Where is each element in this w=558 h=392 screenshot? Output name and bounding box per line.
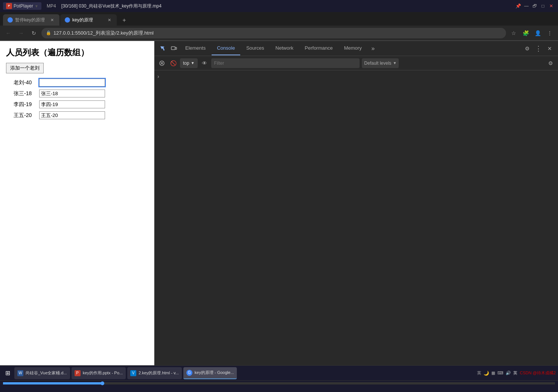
console-prompt-arrow[interactable]: › xyxy=(157,72,159,81)
maximize-button[interactable]: □ xyxy=(539,2,547,10)
browser-tab-2[interactable]: key的原理 ✕ xyxy=(60,14,117,26)
devtools-tab-network[interactable]: Network xyxy=(270,42,299,55)
taskbar-app-vscode[interactable]: V 2.key的原理.html - v... xyxy=(127,367,182,379)
tab-title-1: 暂停key的原理 xyxy=(15,17,47,23)
list-item: 张三-18 xyxy=(14,90,148,97)
devtools-settings-button[interactable]: ⚙ xyxy=(522,43,532,54)
list-item: 老刘-40 xyxy=(14,79,148,87)
app-title: PotPlayer xyxy=(14,3,33,9)
forward-button[interactable]: → xyxy=(16,28,26,38)
media-progress-handle[interactable] xyxy=(101,381,104,385)
profile-icon[interactable]: 👤 xyxy=(532,28,543,38)
restore-button[interactable]: 🗗 xyxy=(531,2,538,10)
tab-close-2[interactable]: ✕ xyxy=(106,17,112,23)
system-tray: 英 🌙 ▦ ⌨ 🔊 英 CSDN @待木成橘2 xyxy=(477,370,556,376)
devtools-more-options-button[interactable]: ⋮ xyxy=(533,43,544,54)
person-input-1[interactable] xyxy=(39,90,105,97)
list-item: 李四-19 xyxy=(14,100,148,108)
console-settings-button[interactable]: ⚙ xyxy=(546,59,555,68)
tray-icon-lang[interactable]: 英 xyxy=(477,370,481,376)
back-button[interactable]: ← xyxy=(3,28,14,38)
devtools-close-button[interactable]: ✕ xyxy=(544,43,555,54)
stop-recording-button[interactable]: 🚫 xyxy=(169,59,178,68)
reload-button[interactable]: ↻ xyxy=(29,28,39,38)
tray-icon-keyboard[interactable]: ⌨ xyxy=(497,371,503,375)
clear-console-button[interactable] xyxy=(157,59,166,68)
security-icon: 🔒 xyxy=(46,30,51,35)
devtools-tab-memory[interactable]: Memory xyxy=(339,42,367,55)
address-bar: ← → ↻ 🔒 127.0.0.1:5500/12_列表渲染/2.key的原理.… xyxy=(0,26,558,41)
devtools-panel: Elements Console Sources Network Perform… xyxy=(154,41,558,365)
extension-icon[interactable]: 🧩 xyxy=(520,28,531,38)
new-tab-button[interactable]: + xyxy=(119,15,130,26)
tray-icon-csdn: CSDN @待木成橘2 xyxy=(520,370,556,376)
person-input-3[interactable] xyxy=(39,111,105,119)
devtools-tab-console[interactable]: Console xyxy=(212,42,240,55)
context-value: top xyxy=(183,61,189,66)
start-button[interactable]: ⊞ xyxy=(2,368,13,378)
svg-rect-0 xyxy=(171,47,175,50)
media-bar: ▶ ■ ⏮ ⏭ ⏏ 00:09:27 / 00:32:27 S/W AVC1 A… xyxy=(0,380,558,392)
page-content: 人员列表（遍历数组） 添加一个老刘 老刘-40 张三-18 李四-19 王五-2… xyxy=(0,41,154,365)
bookmark-icon[interactable]: ☆ xyxy=(508,28,519,38)
log-levels-chevron: ▼ xyxy=(393,61,396,65)
browser-tab-1[interactable]: 暂停key的原理 ✕ xyxy=(3,14,59,26)
page-title: 人员列表（遍历数组） xyxy=(6,47,148,58)
tray-icon-moon[interactable]: 🌙 xyxy=(483,371,489,376)
address-bar-actions: ☆ 🧩 👤 ⋮ xyxy=(508,28,555,38)
devtools-tab-sources[interactable]: Sources xyxy=(241,42,270,55)
console-toolbar: 🚫 top ▼ 👁 Default levels ▼ ⚙ xyxy=(154,56,558,70)
ppt-app-label: key的作用.pptx - Po... xyxy=(83,370,123,376)
tray-icon-grid[interactable]: ▦ xyxy=(491,371,495,375)
devtools-top-bar: Elements Console Sources Network Perform… xyxy=(154,41,558,56)
taskbar-app-word[interactable]: W 尚硅谷_Vue全家桶.d... xyxy=(14,367,70,379)
device-toolbar-button[interactable] xyxy=(169,43,179,54)
person-label-1: 张三-18 xyxy=(14,90,36,97)
add-person-button[interactable]: 添加一个老刘 xyxy=(6,63,44,73)
tab-close-1[interactable]: ✕ xyxy=(49,17,55,23)
context-dropdown-icon: ▼ xyxy=(191,61,195,65)
chrome-icon: G xyxy=(186,370,192,376)
log-levels-button[interactable]: Default levels ▼ xyxy=(362,58,399,68)
ppt-icon: P xyxy=(75,370,81,376)
console-filter-input[interactable] xyxy=(211,58,360,68)
taskbar-app-chrome[interactable]: G key的原理 - Google... xyxy=(183,367,237,379)
list-item: 王五-20 xyxy=(14,111,148,119)
inspect-element-button[interactable] xyxy=(157,43,168,54)
default-levels-label: Default levels xyxy=(364,61,391,66)
menu-button[interactable]: ⋮ xyxy=(544,28,555,38)
person-list: 老刘-40 张三-18 李四-19 王五-20 xyxy=(6,79,148,119)
tab-favicon-2 xyxy=(65,17,70,23)
close-button[interactable]: ✕ xyxy=(547,2,555,10)
main-area: 人员列表（遍历数组） 添加一个老刘 老刘-40 张三-18 李四-19 王五-2… xyxy=(0,41,558,365)
person-input-2[interactable] xyxy=(39,100,105,108)
browser-chrome: 暂停key的原理 ✕ key的原理 ✕ + ← → ↻ 🔒 127.0.0.1:… xyxy=(0,12,558,41)
media-progress-bar[interactable] xyxy=(3,382,555,384)
potplayer-icon: P xyxy=(6,3,12,9)
address-text: 127.0.0.1:5500/12_列表渲染/2.key的原理.html xyxy=(53,30,502,36)
tray-icon-volume[interactable]: 🔊 xyxy=(506,371,511,375)
word-app-label: 尚硅谷_Vue全家桶.d... xyxy=(26,370,67,376)
address-input-wrap[interactable]: 🔒 127.0.0.1:5500/12_列表渲染/2.key的原理.html xyxy=(41,28,506,38)
taskbar-app-ppt[interactable]: P key的作用.pptx - Po... xyxy=(72,367,126,379)
svg-rect-1 xyxy=(175,47,177,49)
person-label-2: 李四-19 xyxy=(14,101,36,108)
console-body[interactable]: › xyxy=(154,70,558,365)
devtools-tab-performance[interactable]: Performance xyxy=(299,42,338,55)
media-progress-fill xyxy=(3,382,102,384)
tab-bar: 暂停key的原理 ✕ key的原理 ✕ + xyxy=(0,12,558,26)
file-format: MP4 xyxy=(44,3,58,9)
vscode-app-label: 2.key的原理.html - v... xyxy=(139,370,179,376)
devtools-more-tabs-button[interactable]: » xyxy=(368,43,378,54)
vscode-icon: V xyxy=(130,370,136,376)
tray-lang-indicator[interactable]: 英 xyxy=(513,370,517,376)
pin-button[interactable]: 📌 xyxy=(514,2,522,10)
chrome-app-label: key的原理 - Google... xyxy=(195,370,234,375)
app-name-area[interactable]: P PotPlayer ▼ xyxy=(3,2,41,10)
context-selector[interactable]: top ▼ xyxy=(180,58,198,68)
live-expression-button[interactable]: 👁 xyxy=(200,59,209,68)
devtools-tab-elements[interactable]: Elements xyxy=(180,42,211,55)
person-label-0: 老刘-40 xyxy=(14,79,36,86)
person-input-0[interactable] xyxy=(39,79,105,87)
minimize-button[interactable]: — xyxy=(523,2,530,10)
